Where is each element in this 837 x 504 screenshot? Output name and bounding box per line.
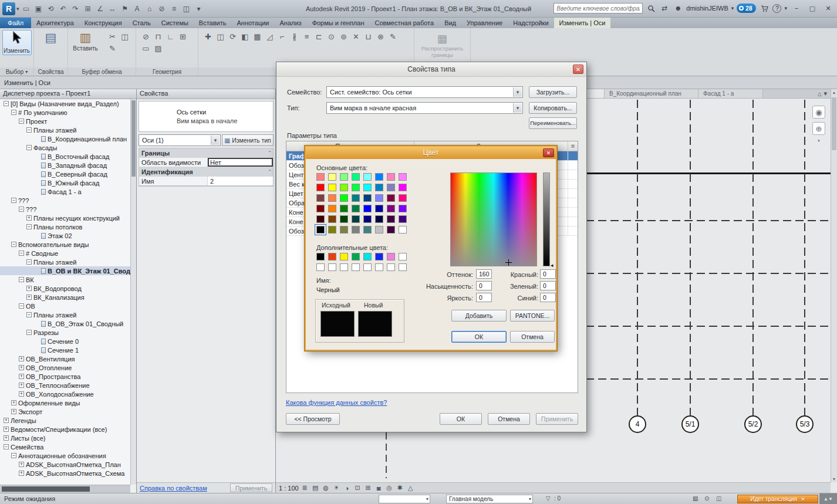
tree-item[interactable]: +ВК_Водопровод [0, 284, 130, 293]
tree-item[interactable]: Сечение 1 [0, 346, 130, 354]
project-browser-header[interactable]: Диспетчер проекта - Проект1 [0, 89, 136, 99]
green-input[interactable]: 0 [540, 281, 556, 290]
color-swatch[interactable] [340, 173, 348, 181]
tree-item[interactable]: −# По умолчанию [0, 108, 130, 117]
tree-expand-icon[interactable]: + [19, 391, 24, 397]
tree-item[interactable]: +ОВ_Теплоснабжение [0, 381, 130, 390]
apply-button[interactable]: Применить [536, 413, 578, 425]
tree-expand-icon[interactable]: − [26, 145, 32, 150]
custom-color-swatch[interactable] [316, 253, 325, 261]
grid-line-vertical[interactable] [752, 100, 754, 415]
app-menu-caret[interactable]: ▾ [16, 6, 19, 12]
color-swatch[interactable] [363, 226, 372, 234]
tree-expand-icon[interactable]: − [26, 312, 32, 317]
reveal-hidden-icon[interactable]: ◎ [385, 483, 394, 492]
sun-path-icon[interactable]: ☀ [332, 483, 341, 492]
color-swatch[interactable] [399, 215, 407, 223]
ribbon-tab[interactable]: Формы и генплан [307, 18, 370, 28]
unpin-icon[interactable]: ⊚ [338, 31, 350, 42]
help-menu-caret[interactable]: ▾ [784, 5, 787, 11]
measure-icon[interactable]: ∠ [95, 3, 106, 15]
ribbon-tab[interactable]: Файл [0, 18, 31, 28]
load-button[interactable]: Загрузить... [529, 86, 577, 98]
tree-expand-icon[interactable]: − [11, 198, 16, 203]
pantone-button[interactable]: PANTONE... [510, 310, 555, 322]
color-swatch[interactable] [340, 184, 348, 191]
color-swatch[interactable] [352, 215, 360, 223]
ok-button[interactable]: ОК [440, 413, 482, 425]
property-value[interactable]: 2 [208, 177, 273, 185]
color-swatch[interactable] [375, 173, 383, 181]
tree-item[interactable]: −Разрезы [0, 328, 130, 337]
cart-icon[interactable] [759, 3, 770, 13]
add-custom-color-button[interactable]: Добавить [451, 310, 507, 322]
grid-line-vertical[interactable] [637, 100, 638, 415]
type-preview[interactable]: Ось сетки Вим марка в начале [139, 101, 274, 132]
tree-item[interactable]: В_Северный фасад [0, 170, 130, 178]
dialog-title[interactable]: Цвет [306, 147, 556, 159]
open-icon[interactable]: ▭ [21, 3, 32, 15]
tree-expand-icon[interactable]: − [19, 277, 24, 282]
grid-line-vertical[interactable] [690, 100, 691, 415]
tree-item[interactable]: +Оформленные виды [0, 398, 130, 407]
wall-joins-icon[interactable]: ⊞ [177, 31, 189, 42]
color-swatch[interactable] [387, 226, 395, 234]
color-swatch[interactable] [375, 215, 383, 223]
tree-item[interactable]: +ADSK_ВысотнаяОтметка_Схема [0, 469, 130, 478]
thin-lines-icon[interactable]: ≡ [168, 3, 180, 15]
color-swatch[interactable] [399, 226, 407, 234]
notification-badge[interactable]: 28 [737, 4, 756, 13]
paint-icon[interactable]: ✎ [387, 31, 399, 42]
rename-button[interactable]: Переименовать... [529, 117, 577, 129]
tree-item[interactable]: В_ОВ_Этаж 01_Сводный [0, 319, 130, 328]
scale-button[interactable]: 1 : 100 [279, 485, 299, 492]
close-icon[interactable]: ✕ [801, 496, 805, 502]
match-type-icon[interactable]: ✎ [106, 42, 119, 54]
cut-element-icon[interactable]: ⊗ [374, 31, 387, 42]
displacement-icon[interactable]: △ [406, 483, 415, 492]
custom-color-swatch[interactable] [328, 263, 336, 271]
color-swatch[interactable] [375, 226, 383, 234]
steering-wheel-icon[interactable]: ◉ [812, 106, 825, 119]
cope-icon[interactable]: ∟ [164, 31, 177, 42]
tree-item[interactable]: +ADSK_ВысотнаяОтметка_План [0, 460, 130, 469]
join-geometry-icon[interactable]: ⊓ [152, 31, 164, 42]
tree-item[interactable]: −Планы этажей [0, 258, 130, 266]
red-input[interactable]: 0 [540, 269, 556, 279]
ribbon-tab[interactable]: Анализ [274, 18, 306, 28]
tree-expand-icon[interactable]: + [26, 215, 32, 221]
join-icon[interactable]: ⊔ [362, 31, 374, 42]
preview-button[interactable]: << Просмотр [286, 413, 340, 425]
tree-expand-icon[interactable]: − [11, 453, 16, 458]
tree-expand-icon[interactable]: + [11, 400, 16, 405]
close-window-button[interactable]: ✕ [822, 2, 835, 14]
edit-type-button[interactable]: ▦ Изменить тип [222, 134, 274, 146]
color-swatch[interactable] [328, 215, 336, 223]
tree-item[interactable]: −Планы этажей [0, 310, 130, 319]
ribbon-tab[interactable]: Изменить | Оси [554, 18, 611, 28]
tree-item[interactable]: В_Южный фасад [0, 178, 130, 187]
type-combo[interactable]: Вим марка в начале красная [326, 102, 523, 114]
nav-caret-icon[interactable]: ▾ [812, 138, 825, 143]
properties-button[interactable]: ▤ [36, 30, 66, 45]
scroll-down-icon[interactable]: ▼ [831, 477, 837, 481]
tree-expand-icon[interactable]: − [19, 303, 24, 309]
group-header-extents[interactable]: Границы ˆ [139, 148, 273, 158]
thin-lines-icon[interactable]: ≣ [301, 483, 309, 492]
select-pinned-icon[interactable]: ⊙ [704, 495, 709, 502]
grid-bubble[interactable]: 5/2 [744, 415, 762, 433]
offset-icon[interactable]: ⊏ [313, 31, 325, 42]
custom-color-swatch[interactable] [387, 253, 395, 261]
color-swatch[interactable] [316, 226, 325, 234]
color-swatch[interactable] [375, 184, 383, 191]
exchange-apps-icon[interactable]: ⇄ [659, 3, 670, 13]
properties-header[interactable]: Свойства [137, 89, 275, 99]
propagate-extents-button[interactable]: ▦ Распространить границы [419, 32, 466, 58]
color-swatch[interactable] [328, 173, 336, 181]
panel-label-properties[interactable]: Свойства [34, 67, 68, 76]
ribbon-tab[interactable]: Надстройки [508, 18, 554, 28]
array-icon[interactable]: ▦ [251, 31, 264, 42]
customize-qat-icon[interactable]: ▾ [193, 3, 205, 15]
tree-item[interactable]: В_Координационный план [0, 134, 130, 143]
ribbon-tab[interactable]: Управление [461, 18, 508, 28]
